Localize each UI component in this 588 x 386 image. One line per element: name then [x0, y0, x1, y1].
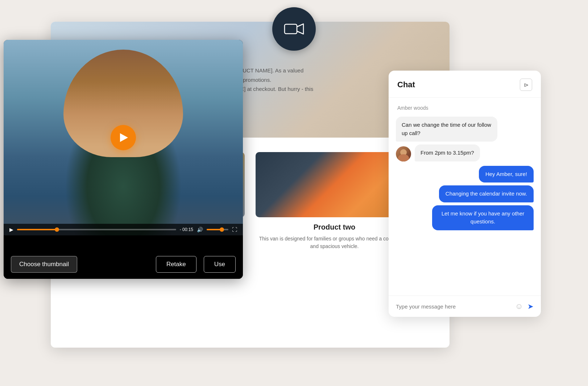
- chat-input-field[interactable]: [396, 303, 511, 310]
- use-button[interactable]: Use: [204, 256, 236, 273]
- chat-input-area: ☺ ➤: [389, 295, 541, 317]
- message-left-2: From 2pm to 3.15pm?: [415, 144, 480, 161]
- message-right-2: Changing the calendar invite now.: [439, 185, 534, 202]
- volume-bar[interactable]: [207, 229, 228, 230]
- play-pause-button[interactable]: ▶: [9, 227, 13, 232]
- message-row-with-avatar: From 2pm to 3.15pm?: [396, 144, 534, 161]
- chat-title: Chat: [397, 80, 415, 89]
- sender-name-label: Amber woods: [396, 105, 534, 112]
- send-button[interactable]: ➤: [527, 302, 534, 311]
- message-left-1: Can we change the time of our follow up …: [396, 117, 497, 142]
- message-right-3: Let me know if you have any other questi…: [432, 205, 534, 230]
- video-controls-bar: ▶ - 00:15 🔊 ⛶: [4, 224, 243, 235]
- chat-messages-area: Amber woods Can we change the time of ou…: [389, 98, 541, 295]
- emoji-button[interactable]: ☺: [515, 302, 523, 311]
- chat-header: Chat ⊳: [389, 71, 541, 98]
- svg-rect-0: [285, 24, 297, 34]
- time-display: - 00:15: [180, 227, 193, 232]
- volume-icon[interactable]: 🔊: [197, 227, 203, 232]
- chat-panel: Chat ⊳ Amber woods Can we change the tim…: [389, 71, 541, 317]
- collapse-icon: ⊳: [524, 81, 529, 88]
- video-camera-icon: [284, 22, 304, 36]
- volume-thumb: [220, 227, 224, 232]
- choose-thumbnail-button[interactable]: Choose thumbnail: [11, 256, 77, 273]
- retake-button[interactable]: Retake: [156, 256, 196, 273]
- video-player-panel: ▶ - 00:15 🔊 ⛶ Choose thumbnail Retake Us…: [4, 40, 243, 279]
- play-button[interactable]: [111, 125, 136, 150]
- video-action-bar: Choose thumbnail Retake Use: [4, 250, 243, 279]
- fullscreen-button[interactable]: ⛶: [232, 227, 237, 232]
- progress-fill: [17, 229, 57, 230]
- chat-collapse-button[interactable]: ⊳: [520, 79, 532, 91]
- right-message-group: Hey Amber, sure! Changing the calendar i…: [396, 166, 534, 230]
- left-message-group: Can we change the time of our follow up …: [396, 117, 534, 161]
- video-progress-bar[interactable]: [17, 229, 176, 230]
- message-right-1: Hey Amber, sure!: [479, 166, 534, 183]
- user-avatar: [396, 146, 411, 161]
- video-person-area: [4, 40, 243, 235]
- progress-thumb: [55, 227, 59, 232]
- video-camera-icon-circle: [272, 7, 316, 51]
